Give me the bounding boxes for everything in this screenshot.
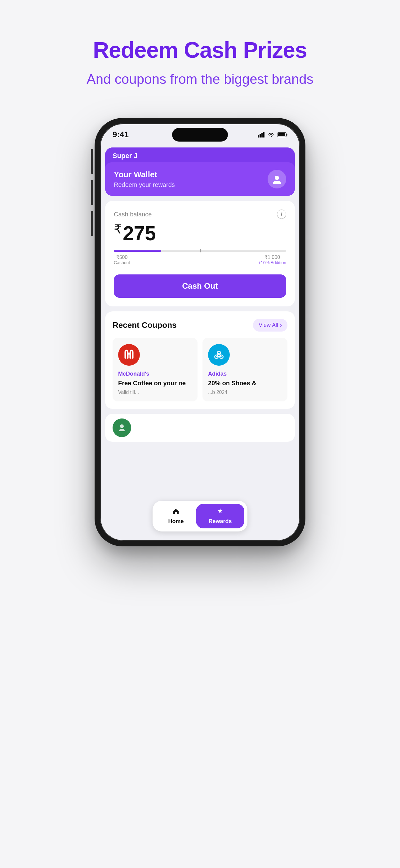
home-icon — [172, 507, 179, 517]
mcdonalds-logo — [118, 344, 140, 366]
header-card: Super J Your Wallet Redeem your rewards — [105, 148, 295, 196]
svg-rect-1 — [260, 134, 261, 137]
currency-symbol: ₹ — [114, 222, 122, 236]
svg-point-7 — [275, 176, 279, 180]
milestone-2-label: +10% Addition — [258, 260, 286, 265]
user-icon — [272, 174, 282, 184]
coupon-description: Free Coffee on your ne — [118, 379, 192, 387]
list-item[interactable]: McDonald's Free Coffee on your ne Valid … — [112, 338, 198, 401]
phone-mockup: 9:41 — [95, 118, 305, 547]
view-all-button[interactable]: View All › — [253, 319, 288, 332]
dynamic-island — [172, 128, 228, 142]
phone-screen: 9:41 — [100, 124, 300, 541]
rewards-label: Rewards — [208, 518, 232, 525]
wallet-title: Your Wallet — [114, 170, 175, 180]
stub-coupon — [105, 414, 295, 442]
signal-icon — [258, 132, 265, 137]
nav-pill: Home Rewards — [153, 501, 247, 531]
balance-amount: ₹275 — [114, 222, 286, 245]
page-subtitle: And coupons from the biggest brands — [87, 71, 313, 87]
balance-card: Cash balance i ₹275 ₹50 — [105, 201, 295, 306]
svg-rect-2 — [261, 133, 263, 137]
coupon-brand: McDonald's — [118, 371, 192, 377]
stub-brand-icon — [116, 423, 127, 433]
chevron-right-icon: › — [280, 322, 282, 329]
info-icon[interactable]: i — [277, 210, 286, 219]
coupon-description: 20% on Shoes & — [208, 379, 282, 387]
avatar[interactable] — [268, 170, 286, 188]
cash-out-button[interactable]: Cash Out — [114, 274, 286, 298]
balance-label: Cash balance — [114, 211, 152, 218]
home-svg — [172, 507, 179, 515]
progress-container: ₹500 Cashout ₹1,000 +10% Addition — [114, 250, 286, 265]
nav-home[interactable]: Home — [156, 504, 196, 528]
milestone-1-amount: ₹500 — [114, 254, 130, 260]
milestone-2-amount: ₹1,000 — [258, 254, 286, 260]
coupons-section: Recent Coupons View All › — [105, 311, 295, 409]
app-name-tab: Super J — [105, 148, 145, 162]
list-item[interactable]: Adidas 20% on Shoes & ...b 2024 — [202, 338, 288, 401]
nav-rewards[interactable]: Rewards — [196, 504, 244, 528]
milestone-1-label: Cashout — [114, 260, 130, 265]
coupons-title: Recent Coupons — [112, 320, 177, 330]
svg-rect-5 — [287, 134, 288, 136]
status-icons — [258, 132, 288, 137]
page-title: Redeem Cash Prizes — [93, 37, 307, 63]
status-time: 9:41 — [112, 130, 129, 140]
mcdonalds-icon — [123, 349, 135, 361]
wallet-header: Your Wallet Redeem your rewards — [105, 162, 295, 196]
milestone-1: ₹500 Cashout — [114, 254, 130, 265]
milestone-marker-1 — [200, 249, 201, 252]
svg-point-17 — [120, 424, 124, 428]
wallet-text: Your Wallet Redeem your rewards — [114, 170, 175, 188]
adidas-logo — [208, 344, 230, 366]
svg-rect-6 — [278, 133, 285, 136]
svg-rect-0 — [258, 135, 259, 137]
rewards-icon — [216, 507, 224, 517]
milestone-2: ₹1,000 +10% Addition — [258, 254, 286, 265]
coupon-validity: ...b 2024 — [208, 390, 282, 395]
wallet-subtitle: Redeem your rewards — [114, 181, 175, 188]
progress-labels: ₹500 Cashout ₹1,000 +10% Addition — [114, 254, 286, 265]
coupons-header: Recent Coupons View All › — [112, 319, 288, 332]
balance-label-row: Cash balance i — [114, 210, 286, 219]
adidas-icon — [213, 349, 225, 361]
progress-fill — [114, 250, 161, 252]
progress-track — [114, 250, 286, 252]
coupon-validity: Valid till... — [118, 390, 192, 395]
app-name: Super J — [112, 152, 138, 160]
stub-brand-logo — [112, 418, 131, 437]
bottom-navigation: Home Rewards — [100, 501, 300, 541]
coupons-grid: McDonald's Free Coffee on your ne Valid … — [112, 338, 288, 401]
wifi-icon — [268, 132, 274, 137]
battery-icon — [277, 132, 288, 137]
svg-rect-3 — [263, 132, 265, 137]
rewards-svg — [216, 507, 224, 515]
coupon-brand: Adidas — [208, 371, 282, 377]
amount-value: 275 — [123, 222, 156, 245]
app-content: Super J Your Wallet Redeem your rewards — [100, 148, 300, 442]
home-label: Home — [168, 518, 184, 525]
